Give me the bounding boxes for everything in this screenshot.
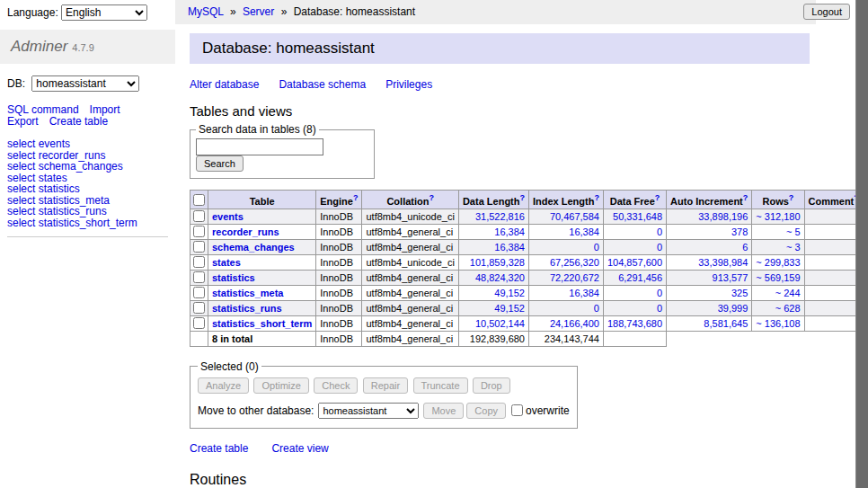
data-length-link[interactable]: 16,384 bbox=[494, 242, 525, 253]
sidebar-table-link[interactable]: select statistics_runs bbox=[7, 206, 168, 217]
data-free-link[interactable]: 188,743,680 bbox=[607, 318, 662, 329]
help-link[interactable]: ? bbox=[789, 193, 794, 202]
data-free-link[interactable]: 0 bbox=[657, 303, 662, 314]
table-row: statistics_short_term InnoDB utf8mb4_gen… bbox=[190, 315, 856, 331]
main-create-view-link[interactable]: Create view bbox=[271, 442, 328, 455]
row-checkbox[interactable] bbox=[193, 241, 205, 253]
help-link[interactable]: ? bbox=[519, 193, 525, 202]
data-length-link[interactable]: 101,859,328 bbox=[470, 257, 525, 268]
help-link[interactable]: ? bbox=[429, 193, 434, 202]
index-length-link[interactable]: 72,220,672 bbox=[550, 272, 599, 283]
auto-increment-link[interactable]: 378 bbox=[731, 226, 748, 237]
data-length-link[interactable]: 10,502,144 bbox=[475, 318, 525, 329]
move-db-select[interactable]: homeassistant bbox=[318, 403, 419, 419]
data-free-link[interactable]: 0 bbox=[657, 242, 662, 253]
search-button[interactable]: Search bbox=[196, 155, 244, 172]
index-length-link[interactable]: 67,256,320 bbox=[550, 257, 599, 268]
row-checkbox[interactable] bbox=[193, 210, 205, 222]
data-length-link[interactable]: 49,152 bbox=[494, 303, 525, 314]
auto-increment-link[interactable]: 33,398,984 bbox=[698, 257, 748, 268]
table-name-link[interactable]: statistics bbox=[212, 272, 255, 283]
row-checkbox[interactable] bbox=[193, 302, 205, 314]
breadcrumb-server-link[interactable]: Server bbox=[243, 5, 274, 18]
sidebar-table-link[interactable]: select statistics_short_term bbox=[7, 217, 168, 229]
index-length-link[interactable]: 0 bbox=[594, 242, 599, 253]
rows-link[interactable]: ~ 569,159 bbox=[756, 272, 800, 283]
check-button[interactable]: Check bbox=[314, 377, 358, 394]
help-link[interactable]: ? bbox=[743, 193, 748, 202]
rows-link[interactable]: ~ 5 bbox=[786, 226, 801, 237]
search-input[interactable] bbox=[196, 138, 323, 155]
auto-increment-link[interactable]: 33,898,196 bbox=[698, 211, 748, 222]
sidebar-table-link[interactable]: select schema_changes bbox=[7, 161, 168, 173]
index-length-link[interactable]: 0 bbox=[594, 303, 599, 314]
help-link[interactable]: ? bbox=[655, 193, 660, 202]
scrollbar-thumb[interactable] bbox=[855, 0, 868, 488]
adminer-logo-text[interactable]: Adminer bbox=[11, 38, 67, 55]
move-button[interactable]: Move bbox=[423, 403, 464, 419]
drop-button[interactable]: Drop bbox=[473, 377, 510, 394]
breadcrumb-mysql-link[interactable]: MySQL bbox=[188, 5, 224, 18]
rows-link[interactable]: ~ 3 bbox=[786, 242, 801, 253]
data-free-link[interactable]: 6,291,456 bbox=[618, 272, 662, 283]
table-name-link[interactable]: recorder_runs bbox=[212, 226, 279, 237]
import-link[interactable]: Import bbox=[90, 103, 120, 116]
overwrite-checkbox[interactable] bbox=[511, 404, 523, 416]
logout-button[interactable]: Logout bbox=[803, 4, 850, 20]
vertical-scrollbar[interactable] bbox=[855, 0, 868, 488]
optimize-button[interactable]: Optimize bbox=[253, 377, 308, 394]
rows-link[interactable]: ~ 299,833 bbox=[756, 257, 800, 268]
row-checkbox[interactable] bbox=[193, 226, 205, 237]
help-link[interactable]: ? bbox=[594, 193, 599, 202]
data-free-link[interactable]: 104,857,600 bbox=[607, 257, 662, 268]
row-checkbox[interactable] bbox=[193, 271, 205, 283]
auto-increment-link[interactable]: 6 bbox=[742, 242, 748, 253]
database-schema-link[interactable]: Database schema bbox=[279, 78, 366, 91]
truncate-button[interactable]: Truncate bbox=[413, 377, 468, 394]
data-free-link[interactable]: 50,331,648 bbox=[613, 211, 662, 222]
main-create-table-link[interactable]: Create table bbox=[190, 442, 248, 455]
copy-button[interactable]: Copy bbox=[466, 403, 506, 419]
table-name-link[interactable]: schema_changes bbox=[212, 242, 295, 253]
table-name-link[interactable]: statistics_short_term bbox=[212, 318, 312, 329]
row-checkbox[interactable] bbox=[193, 287, 205, 298]
rows-link[interactable]: ~ 244 bbox=[775, 288, 801, 298]
row-checkbox[interactable] bbox=[193, 256, 205, 268]
repair-button[interactable]: Repair bbox=[363, 377, 408, 394]
auto-increment-link[interactable]: 8,581,645 bbox=[704, 318, 748, 329]
select-all-checkbox[interactable] bbox=[193, 194, 205, 206]
index-length-link[interactable]: 70,467,584 bbox=[550, 211, 599, 222]
help-link[interactable]: ? bbox=[353, 193, 359, 202]
db-select[interactable]: homeassistant bbox=[31, 75, 139, 92]
data-length-link[interactable]: 48,824,320 bbox=[475, 272, 525, 283]
table-name-link[interactable]: statistics_runs bbox=[212, 303, 282, 314]
rows-link[interactable]: ~ 136,108 bbox=[756, 318, 800, 329]
auto-increment-link[interactable]: 325 bbox=[731, 288, 748, 298]
export-link[interactable]: Export bbox=[7, 115, 39, 128]
sidebar-table-link[interactable]: select events bbox=[7, 138, 168, 150]
auto-increment-link[interactable]: 39,999 bbox=[718, 303, 748, 314]
table-name-link[interactable]: states bbox=[212, 257, 241, 268]
table-name-link[interactable]: statistics_meta bbox=[212, 288, 284, 298]
auto-increment-link[interactable]: 913,577 bbox=[713, 272, 748, 283]
sql-command-link[interactable]: SQL command bbox=[7, 103, 79, 116]
sidebar-table-link[interactable]: select statistics bbox=[7, 183, 168, 195]
index-length-link[interactable]: 16,384 bbox=[569, 226, 599, 237]
auto-increment-cell: 39,999 bbox=[667, 300, 752, 315]
alter-database-link[interactable]: Alter database bbox=[190, 78, 259, 91]
sidebar-create-table-link[interactable]: Create table bbox=[49, 115, 108, 128]
data-length-link[interactable]: 49,152 bbox=[494, 288, 525, 298]
rows-link[interactable]: ~ 628 bbox=[775, 303, 801, 314]
data-length-link[interactable]: 16,384 bbox=[494, 226, 525, 237]
table-name-link[interactable]: events bbox=[212, 211, 244, 222]
index-length-link[interactable]: 16,384 bbox=[569, 288, 599, 298]
rows-link[interactable]: ~ 312,180 bbox=[756, 211, 800, 222]
row-checkbox[interactable] bbox=[193, 317, 205, 329]
language-select[interactable]: English bbox=[61, 4, 147, 21]
data-free-link[interactable]: 0 bbox=[657, 288, 662, 298]
data-length-link[interactable]: 31,522,816 bbox=[475, 211, 525, 222]
analyze-button[interactable]: Analyze bbox=[198, 377, 249, 394]
privileges-link[interactable]: Privileges bbox=[385, 78, 432, 91]
data-free-link[interactable]: 0 bbox=[657, 226, 662, 237]
index-length-link[interactable]: 24,166,400 bbox=[550, 318, 599, 329]
